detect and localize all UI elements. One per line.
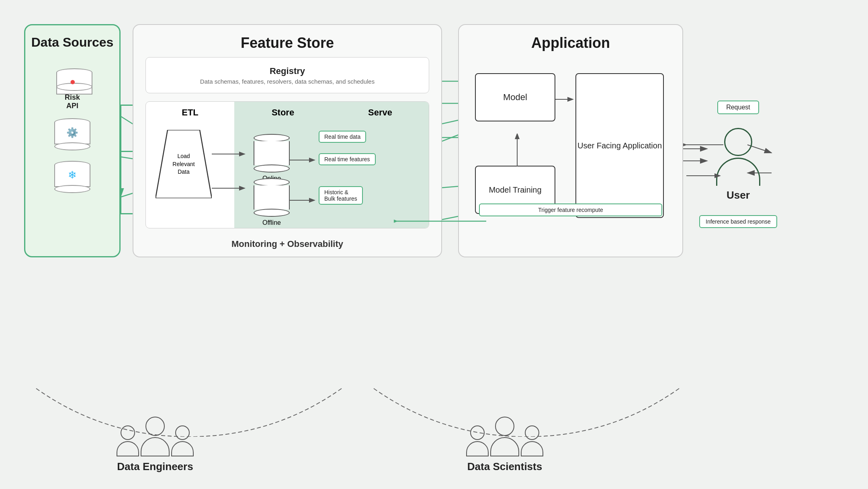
engineer-body-3 <box>171 441 194 456</box>
data-engineers-group: Data Engineers <box>117 417 194 473</box>
model-label: Model <box>503 92 527 103</box>
application-box: Application Model Model Training User Fa… <box>458 24 683 257</box>
offline-label: Offline <box>254 219 290 226</box>
snowflake-cylinder: ❄ <box>54 161 90 193</box>
user-label: User <box>727 189 750 201</box>
data-sources-box: Data Sources ⬤ RiskAPI ⚙️ <box>24 24 121 257</box>
registry-box: Registry Data schemas, features, resolve… <box>145 57 429 93</box>
user-section: Request User Inference based response <box>699 101 777 228</box>
diagram-container: Data Sources ⬤ RiskAPI ⚙️ <box>0 0 868 489</box>
datasource-risk-api: ⬤ RiskAPI <box>25 68 119 110</box>
engineers-icons <box>117 417 194 456</box>
scientist-head-1 <box>470 425 485 440</box>
engineer-person-2 <box>141 417 170 456</box>
registry-title: Registry <box>270 66 305 76</box>
inference-row: Inference based response <box>699 215 777 228</box>
data-scientists-label: Data Scientists <box>467 460 542 473</box>
scientist-body-2 <box>490 437 519 456</box>
trigger-badge: Trigger feature recompute <box>479 203 662 216</box>
engineer-head-1 <box>121 425 135 440</box>
load-data-shape: LoadRelevantData <box>156 130 212 198</box>
online-to-badge-line <box>290 157 318 158</box>
risk-api-cylinder: ⬤ <box>56 68 88 91</box>
historic-bulk-badge: Historic &Bulk features <box>319 186 363 205</box>
middle-cylinder: ⚙️ <box>54 118 90 150</box>
data-sources-title: Data Sources <box>25 25 119 56</box>
request-row: Request <box>717 101 759 114</box>
scientist-body-1 <box>466 441 489 456</box>
application-title: Application <box>459 25 682 51</box>
section-labels-row: ETL Store Serve <box>146 107 429 118</box>
engineer-person-1 <box>117 425 139 456</box>
engineer-person-3 <box>171 425 194 456</box>
user-body <box>716 158 760 186</box>
scientist-body-3 <box>521 441 543 456</box>
inference-badge: Inference based response <box>699 215 777 228</box>
model-to-ufa-arrow <box>555 97 576 97</box>
user-facing-app-label: User Facing Application <box>577 140 662 151</box>
offline-cylinder: Offline <box>254 178 290 226</box>
real-time-data-badge: Real time data <box>319 131 366 143</box>
risk-api-label: RiskAPI <box>65 93 80 110</box>
load-to-online-line <box>212 150 248 151</box>
engineer-body-1 <box>117 441 139 456</box>
data-scientists-group: Data Scientists <box>466 417 543 473</box>
training-to-model-arrow <box>514 134 515 166</box>
load-to-offline-line <box>212 184 248 192</box>
request-badge: Request <box>717 101 759 114</box>
data-engineers-label: Data Engineers <box>117 460 193 473</box>
user-facing-app-box: User Facing Application <box>575 73 664 218</box>
store-label: Store <box>234 107 332 118</box>
feature-store-title: Feature Store <box>133 25 441 51</box>
inference-to-app-arrow <box>683 173 723 174</box>
engineer-body-2 <box>141 437 170 456</box>
engineer-head-2 <box>145 417 165 436</box>
scientists-icons <box>466 417 543 456</box>
model-training-label: Model Training <box>489 185 541 195</box>
engineer-head-3 <box>175 425 190 440</box>
datasource-middle: ⚙️ <box>25 118 119 153</box>
datasource-vertical-line <box>120 105 121 213</box>
trigger-line-horiz <box>394 218 486 220</box>
inner-sections: ETL Store Serve LoadRelevantData <box>145 101 429 228</box>
load-data-label: LoadRelevantData <box>172 152 194 176</box>
registry-subtitle: Data schemas, features, resolvers, data … <box>200 78 375 85</box>
online-cylinder: Online <box>254 134 290 182</box>
scientist-person-1 <box>466 425 489 456</box>
real-time-features-badge: Real time features <box>319 153 376 165</box>
serve-label: Serve <box>332 107 429 118</box>
etl-label: ETL <box>146 107 234 118</box>
offline-to-badge-line <box>290 197 318 198</box>
model-box: Model <box>475 73 555 121</box>
scientist-head-2 <box>495 417 514 436</box>
scientist-person-3 <box>521 425 543 456</box>
datasource-snowflake: ❄ <box>25 161 119 195</box>
monitoring-label: Monitoring + Observability <box>133 239 441 249</box>
scientist-head-3 <box>525 425 539 440</box>
user-head <box>724 128 752 156</box>
user-person-icon: User <box>716 128 760 201</box>
scientist-person-2 <box>490 417 519 456</box>
